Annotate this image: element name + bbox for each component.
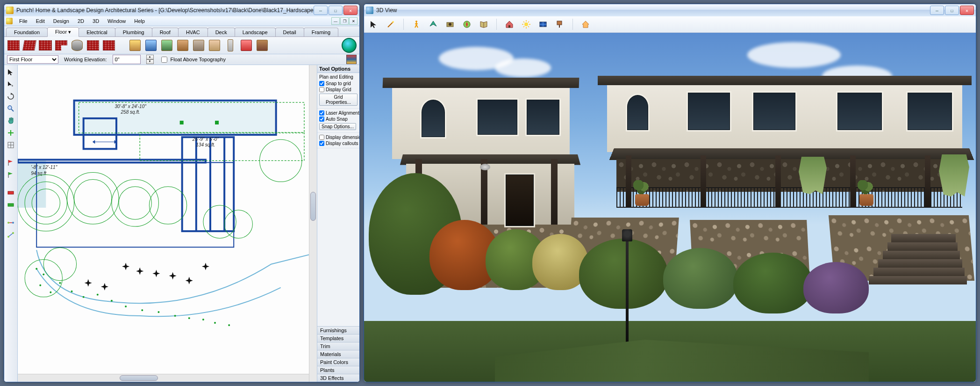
green-dim-tool-icon[interactable] xyxy=(6,200,16,210)
svg-line-83 xyxy=(523,26,524,27)
menu-design[interactable]: Design xyxy=(50,18,73,24)
v-scrollbar[interactable] xyxy=(309,65,317,382)
3d-titlebar[interactable]: 3D View — ☐ ✕ xyxy=(364,4,976,16)
tab-framing[interactable]: Framing xyxy=(304,28,338,36)
arch-tool-icon[interactable] xyxy=(160,39,173,52)
wand-tool-icon[interactable] xyxy=(385,18,397,30)
navigate-tool-icon[interactable] xyxy=(368,18,380,30)
floor-select[interactable]: First Floor xyxy=(7,55,58,64)
elevation-spinner[interactable]: ▲▼ xyxy=(146,55,154,64)
wall-variant-1-icon[interactable] xyxy=(23,39,36,52)
accordion-trim[interactable]: Trim xyxy=(317,342,359,350)
3d-close-button[interactable]: ✕ xyxy=(960,6,974,15)
mdi-minimize-button[interactable]: — xyxy=(331,17,340,25)
tab-foundation[interactable]: Foundation xyxy=(6,28,48,36)
cylinder-tool-icon[interactable] xyxy=(71,39,84,52)
wall-corner-icon[interactable] xyxy=(55,39,68,52)
house-tool-icon[interactable] xyxy=(503,18,515,30)
tab-landscape[interactable]: Landscape xyxy=(235,28,276,36)
rotate-tool-icon[interactable] xyxy=(6,91,16,102)
elevation-input[interactable] xyxy=(113,55,141,64)
tab-floor[interactable]: Floor ▾ xyxy=(47,27,79,37)
accordion-templates[interactable]: Templates xyxy=(317,334,359,342)
compass-tool-icon[interactable] xyxy=(461,18,473,30)
h-scrollbar[interactable] xyxy=(18,374,309,382)
dimension-tool-2-icon[interactable] xyxy=(6,230,16,240)
select-tool-icon[interactable] xyxy=(6,67,16,77)
accordion-plants[interactable]: Plants xyxy=(317,366,359,374)
green-flag-tool-icon[interactable] xyxy=(6,170,16,180)
tab-plumbing[interactable]: Plumbing xyxy=(115,28,152,36)
3d-minimize-button[interactable]: — xyxy=(930,6,944,15)
wall-variant-4-icon[interactable] xyxy=(102,39,115,52)
plan-canvas[interactable]: 30'-8" x 24'-10" 258 sq.ft. 26'-9" x 5'-… xyxy=(18,65,309,374)
floor-toolbar xyxy=(4,37,359,54)
svg-point-51 xyxy=(39,284,41,286)
sun-tool-icon[interactable] xyxy=(520,18,532,30)
close-button[interactable]: ✕ xyxy=(343,6,358,15)
wall-tool-icon[interactable] xyxy=(7,39,20,52)
auto-snap-checkbox[interactable] xyxy=(319,117,324,122)
display-dims-checkbox[interactable] xyxy=(319,135,324,140)
menu-2d[interactable]: 2D xyxy=(74,18,88,24)
book-tool-icon[interactable] xyxy=(478,18,490,30)
menu-window[interactable]: Window xyxy=(104,18,129,24)
menu-file[interactable]: File xyxy=(15,18,31,24)
menu-edit[interactable]: Edit xyxy=(32,18,49,24)
mdi-close-button[interactable]: ✕ xyxy=(349,17,358,25)
accordion-materials[interactable]: Materials xyxy=(317,350,359,358)
menu-help[interactable]: Help xyxy=(130,18,149,24)
elevation-label: Working Elevation: xyxy=(64,57,107,62)
tab-deck[interactable]: Deck xyxy=(207,28,235,36)
red-flag-tool-icon[interactable] xyxy=(6,158,16,168)
home-reset-icon[interactable] xyxy=(579,18,592,30)
cabinet-tool-icon[interactable] xyxy=(208,39,221,52)
paint-tool-icon[interactable] xyxy=(554,18,566,30)
main-titlebar[interactable]: Punch! Home & Landscape Design Architect… xyxy=(4,4,359,16)
wall-variant-2-icon[interactable] xyxy=(39,39,52,52)
zoom-tool-icon[interactable] xyxy=(6,103,16,114)
solar-tool-icon[interactable] xyxy=(537,18,549,30)
minimize-button[interactable]: — xyxy=(314,6,328,15)
grid-tool-icon[interactable] xyxy=(6,140,16,150)
menu-3d[interactable]: 3D xyxy=(89,18,103,24)
tab-electrical[interactable]: Electrical xyxy=(79,28,115,36)
app-icon xyxy=(6,7,14,14)
maximize-button[interactable]: ☐ xyxy=(329,6,343,15)
add-point-tool-icon[interactable] xyxy=(6,128,16,138)
select-plus-tool-icon[interactable]: + xyxy=(6,79,16,89)
door-tool-icon[interactable] xyxy=(129,39,142,52)
stair-tool-icon[interactable] xyxy=(192,39,205,52)
accordion-paint-colors[interactable]: Paint Colors xyxy=(317,358,359,366)
svg-text:258 sq.ft.: 258 sq.ft. xyxy=(121,109,140,115)
fireplace-tool-icon[interactable] xyxy=(240,39,253,52)
punch-logo-icon[interactable] xyxy=(342,38,357,53)
3d-viewport[interactable] xyxy=(364,33,976,382)
snap-grid-checkbox[interactable] xyxy=(319,81,324,86)
display-callouts-checkbox[interactable] xyxy=(319,141,324,146)
pan-tool-icon[interactable] xyxy=(6,116,16,126)
grid-properties-button[interactable]: Grid Properties... xyxy=(319,94,358,106)
float-topo-checkbox[interactable] xyxy=(161,57,167,63)
snap-options-button[interactable]: Snap Options... xyxy=(319,123,356,130)
walk-tool-icon[interactable] xyxy=(410,18,422,30)
mdi-restore-button[interactable]: ❐ xyxy=(340,17,349,25)
red-dim-tool-icon[interactable] xyxy=(6,188,16,198)
beam-tool-2-icon[interactable] xyxy=(256,39,269,52)
beam-tool-icon[interactable] xyxy=(176,39,189,52)
accordion-furnishings[interactable]: Furnishings xyxy=(317,326,359,334)
window-tool-icon[interactable] xyxy=(144,39,157,52)
tab-hvac[interactable]: HVAC xyxy=(178,28,208,36)
column-tool-icon[interactable] xyxy=(224,39,237,52)
accordion-3d-effects[interactable]: 3D Effects xyxy=(317,374,359,382)
tab-detail[interactable]: Detail xyxy=(275,28,304,36)
dimension-tool-icon[interactable] xyxy=(6,218,16,228)
palette-icon[interactable] xyxy=(346,55,357,64)
camera-tool-icon[interactable] xyxy=(444,18,456,30)
display-grid-checkbox[interactable] xyxy=(319,87,324,92)
3d-maximize-button[interactable]: ☐ xyxy=(945,6,959,15)
fly-tool-icon[interactable] xyxy=(427,18,439,30)
tab-roof[interactable]: Roof xyxy=(152,28,179,36)
laser-align-checkbox[interactable] xyxy=(319,110,324,116)
wall-variant-3-icon[interactable] xyxy=(86,39,100,52)
